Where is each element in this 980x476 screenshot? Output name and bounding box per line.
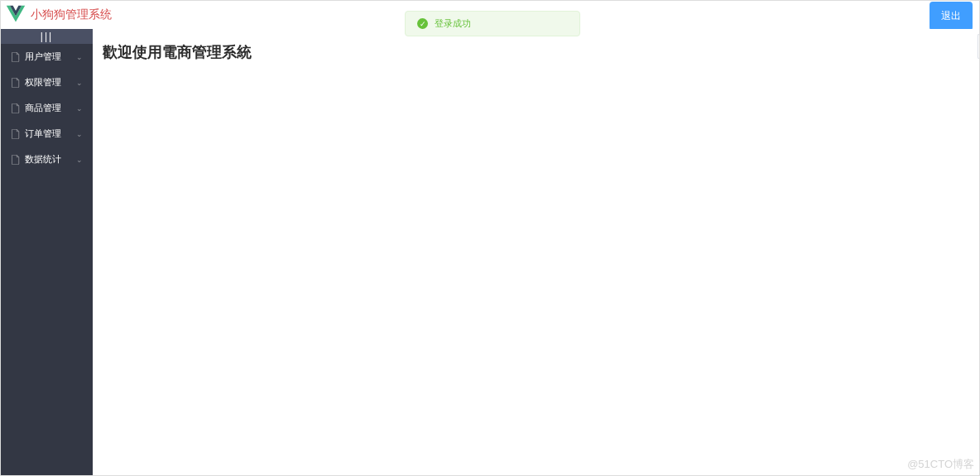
body-area: ||| 用户管理 ⌄ 权限管理 ⌄ 商品管理 ⌄ 订单 [1, 29, 979, 475]
chevron-down-icon: ⌄ [76, 130, 83, 138]
document-icon [12, 78, 20, 88]
chevron-down-icon: ⌄ [76, 104, 83, 113]
sidebar-item-label: 权限管理 [25, 76, 61, 89]
sidebar-item-label: 商品管理 [25, 102, 61, 114]
sidebar: ||| 用户管理 ⌄ 权限管理 ⌄ 商品管理 ⌄ 订单 [1, 29, 93, 475]
sidebar-item-stats[interactable]: 数据统计 ⌄ [1, 147, 93, 172]
app-title: 小狗狗管理系统 [31, 7, 112, 22]
check-icon: ✓ [417, 18, 428, 29]
drawer-handle[interactable] [978, 34, 979, 59]
vue-logo-icon [4, 3, 27, 26]
toast-message: 登录成功 [435, 17, 471, 30]
sidebar-item-order[interactable]: 订单管理 ⌄ [1, 121, 93, 147]
sidebar-item-permission[interactable]: 权限管理 ⌄ [1, 70, 93, 95]
sidebar-collapse-button[interactable]: ||| [1, 29, 93, 44]
success-toast: ✓ 登录成功 [405, 11, 580, 36]
chevron-down-icon: ⌄ [76, 156, 83, 164]
welcome-title: 歡迎使用電商管理系統 [103, 42, 969, 62]
sidebar-item-label: 数据统计 [25, 153, 61, 166]
sidebar-item-product[interactable]: 商品管理 ⌄ [1, 95, 93, 121]
sidebar-item-label: 用户管理 [25, 50, 61, 63]
main-content: 歡迎使用電商管理系統 [93, 29, 979, 475]
chevron-down-icon: ⌄ [76, 79, 83, 87]
chevron-down-icon: ⌄ [76, 53, 83, 61]
document-icon [12, 52, 20, 62]
logout-button[interactable]: 退出 [930, 2, 973, 31]
sidebar-item-label: 订单管理 [25, 127, 61, 140]
document-icon [12, 155, 20, 165]
document-icon [12, 103, 20, 113]
watermark: @51CTO博客 [907, 457, 974, 472]
document-icon [12, 129, 20, 139]
sidebar-item-user[interactable]: 用户管理 ⌄ [1, 44, 93, 70]
